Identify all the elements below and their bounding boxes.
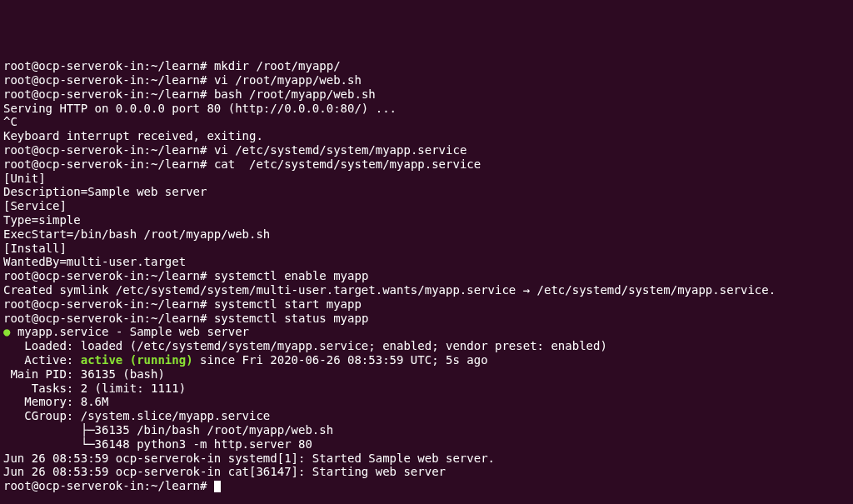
- terminal-line: root@ocp-serverok-in:~/learn#: [3, 479, 850, 493]
- output-line: Keyboard interrupt received, exiting.: [3, 129, 850, 143]
- output-line: └─36148 python3 -m http.server 80: [3, 437, 850, 452]
- command-text: cat /etc/systemd/system/myapp.service: [214, 157, 481, 171]
- output-line: [Service]: [3, 199, 850, 213]
- output-line: Serving HTTP on 0.0.0.0 port 80 (http://…: [3, 102, 850, 116]
- command-text: systemctl start myapp: [214, 297, 362, 311]
- terminal-line: root@ocp-serverok-in:~/learn# mkdir /roo…: [3, 59, 850, 73]
- command-text: bash /root/myapp/web.sh: [214, 87, 376, 101]
- terminal-line: root@ocp-serverok-in:~/learn# systemctl …: [3, 297, 850, 312]
- terminal-line: root@ocp-serverok-in:~/learn# systemctl …: [3, 312, 850, 326]
- active-status: active (running): [81, 353, 193, 367]
- prompt: root@ocp-serverok-in:~/learn#: [3, 87, 207, 101]
- prompt: root@ocp-serverok-in:~/learn#: [3, 73, 207, 87]
- output-line: Jun 26 08:53:59 ocp-serverok-in systemd[…: [3, 452, 850, 466]
- prompt: root@ocp-serverok-in:~/learn#: [3, 479, 207, 492]
- output-line: Tasks: 2 (limit: 1111): [3, 382, 850, 396]
- output-line: Jun 26 08:53:59 ocp-serverok-in cat[3614…: [3, 465, 850, 479]
- command-text: systemctl enable myapp: [214, 269, 368, 282]
- terminal-line: root@ocp-serverok-in:~/learn# vi /etc/sy…: [3, 143, 850, 157]
- output-line: WantedBy=multi-user.target: [3, 255, 850, 269]
- active-since: since Fri 2020-06-26 08:53:59 UTC; 5s ag…: [193, 353, 488, 367]
- output-line: [Install]: [3, 242, 850, 256]
- output-line: Memory: 8.6M: [3, 395, 850, 409]
- output-line: [Unit]: [3, 172, 850, 186]
- prompt: root@ocp-serverok-in:~/learn#: [3, 143, 207, 157]
- prompt: root@ocp-serverok-in:~/learn#: [3, 269, 207, 282]
- terminal-line: root@ocp-serverok-in:~/learn# vi /root/m…: [3, 73, 850, 87]
- output-line: Created symlink /etc/systemd/system/mult…: [3, 283, 850, 297]
- status-dot-icon: ●: [3, 325, 10, 338]
- terminal-line: root@ocp-serverok-in:~/learn# bash /root…: [3, 87, 850, 102]
- command-text: vi /root/myapp/web.sh: [214, 73, 362, 87]
- output-line: Main PID: 36135 (bash): [3, 367, 850, 382]
- service-name: myapp.service - Sample web server: [17, 325, 249, 338]
- prompt: root@ocp-serverok-in:~/learn#: [3, 59, 207, 72]
- output-line: Type=simple: [3, 213, 850, 227]
- command-text: mkdir /root/myapp/: [214, 59, 341, 72]
- output-line: Loaded: loaded (/etc/systemd/system/myap…: [3, 339, 850, 353]
- output-line: ├─36135 /bin/bash /root/myapp/web.sh: [3, 423, 850, 437]
- command-text: systemctl status myapp: [214, 312, 368, 325]
- terminal-line: root@ocp-serverok-in:~/learn# cat /etc/s…: [3, 157, 850, 172]
- prompt: root@ocp-serverok-in:~/learn#: [3, 297, 207, 311]
- prompt: root@ocp-serverok-in:~/learn#: [3, 157, 207, 171]
- active-status-line: Active: active (running) since Fri 2020-…: [3, 353, 850, 367]
- terminal-line: root@ocp-serverok-in:~/learn# systemctl …: [3, 269, 850, 283]
- command-text: vi /etc/systemd/system/myapp.service: [214, 143, 466, 157]
- terminal-window[interactable]: root@ocp-serverok-in:~/learn# mkdir /roo…: [3, 59, 850, 504]
- output-line: ^C: [3, 115, 850, 129]
- output-line: CGroup: /system.slice/myapp.service: [3, 409, 850, 423]
- output-line: ExecStart=/bin/bash /root/myapp/web.sh: [3, 227, 850, 242]
- output-line: Description=Sample web server: [3, 185, 850, 199]
- active-label: Active:: [3, 353, 81, 367]
- status-line: ● myapp.service - Sample web server: [3, 325, 850, 339]
- cursor-icon[interactable]: [214, 481, 221, 492]
- prompt: root@ocp-serverok-in:~/learn#: [3, 312, 207, 325]
